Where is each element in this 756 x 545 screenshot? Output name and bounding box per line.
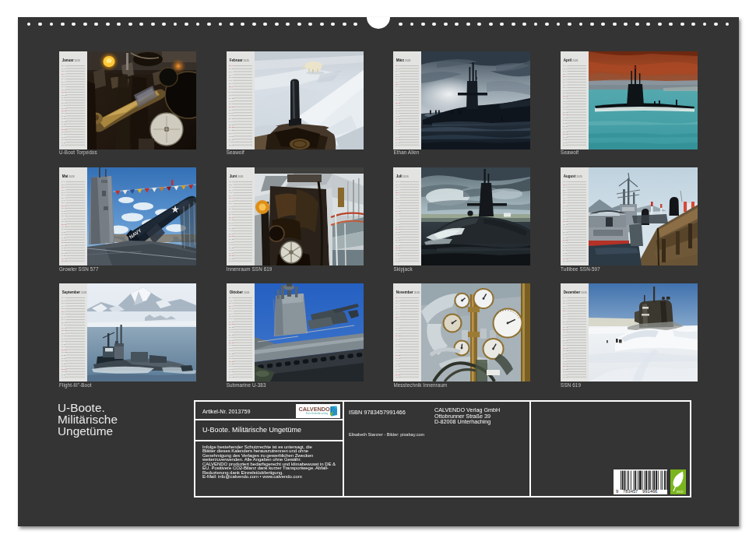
svg-text:Mi. 30.: Mi. 30.	[563, 373, 568, 374]
svg-text:Di. 13.: Di. 13.	[62, 97, 66, 98]
svg-text:Mi. 27.: Mi. 27.	[62, 249, 66, 251]
svg-text:So. 8.: So. 8.	[229, 85, 234, 86]
svg-text:Di. 3.: Di. 3.	[396, 302, 399, 304]
svg-text:Oktober 2026: Oktober 2026	[229, 290, 249, 294]
svg-text:Mi. 14.: Mi. 14.	[62, 99, 66, 100]
svg-text:Mi. 11.: Mi. 11.	[396, 91, 400, 93]
svg-text:Juni 2026: Juni 2026	[229, 174, 243, 178]
svg-text:Fr. 8.: Fr. 8.	[62, 199, 65, 201]
svg-text:Mi. 22.: Mi. 22.	[396, 236, 400, 237]
svg-text:Do. 8.: Do. 8.	[62, 83, 66, 85]
svg-text:Do. 3.: Do. 3.	[62, 302, 66, 304]
svg-text:So. 6.: So. 6.	[563, 310, 568, 311]
svg-text:Sa. 7.: Sa. 7.	[396, 313, 400, 315]
svg-text:Fr. 20.: Fr. 20.	[229, 120, 234, 121]
svg-text:Fr. 31.: Fr. 31.	[396, 260, 400, 262]
svg-text:Mi. 28.: Mi. 28.	[229, 368, 234, 370]
svg-text:Di. 15.: Di. 15.	[563, 334, 568, 336]
svg-text:Januar 2026: Januar 2026	[62, 58, 80, 62]
svg-text:Fr. 2.: Fr. 2.	[229, 300, 233, 301]
svg-text:Mi. 21.: Mi. 21.	[229, 350, 234, 351]
svg-text:Di. 2.: Di. 2.	[229, 183, 233, 185]
svg-text:Fr. 19.: Fr. 19.	[229, 230, 234, 231]
svg-text:Di. 5.: Di. 5.	[62, 192, 65, 193]
svg-text:Mi. 4.: Mi. 4.	[229, 73, 233, 75]
svg-text:Mi. 21.: Mi. 21.	[62, 118, 66, 119]
svg-text:Mi. 11.: Mi. 11.	[229, 94, 234, 96]
svg-text:783457: 783457	[623, 489, 638, 494]
svg-text:Di. 9.: Di. 9.	[229, 202, 233, 204]
svg-text:Fr. 16.: Fr. 16.	[62, 104, 66, 106]
svg-text:Di. 7.: Di. 7.	[396, 196, 399, 198]
svg-text:Di. 22.: Di. 22.	[62, 354, 66, 356]
svg-text:Sa. 4.: Sa. 4.	[563, 72, 568, 74]
svg-text:Mo. 2.: Mo. 2.	[396, 67, 400, 69]
svg-text:Do. 2.: Do. 2.	[563, 67, 568, 69]
svg-text:Di. 21.: Di. 21.	[563, 119, 568, 121]
svg-text:Do. 1.: Do. 1.	[62, 65, 66, 66]
svg-text:Mi. 15.: Mi. 15.	[396, 217, 400, 219]
svg-text:Fr. 14.: Fr. 14.	[563, 215, 568, 216]
svg-text:Fr. 17.: Fr. 17.	[563, 108, 568, 110]
svg-text:Sa. 9.: Sa. 9.	[62, 202, 66, 203]
svg-text:Mi. 12.: Mi. 12.	[563, 209, 568, 211]
svg-text:August 2026: August 2026	[564, 174, 582, 178]
svg-text:Fr. 25.: Fr. 25.	[563, 360, 568, 362]
svg-text:Di. 1.: Di. 1.	[62, 297, 65, 298]
svg-text:Di. 26.: Di. 26.	[62, 247, 66, 248]
svg-text:Di. 12.: Di. 12.	[62, 209, 66, 211]
svg-text:Fr. 6.: Fr. 6.	[396, 311, 399, 312]
svg-text:Mi. 15.: Mi. 15.	[563, 103, 568, 104]
svg-text:Do. 2.: Do. 2.	[396, 183, 400, 185]
svg-text:Fr. 27.: Fr. 27.	[396, 133, 400, 135]
svg-text:Di. 14.: Di. 14.	[563, 100, 568, 101]
svg-text:Di. 8.: Di. 8.	[563, 315, 567, 317]
svg-text:Mi. 2.: Mi. 2.	[563, 300, 567, 301]
svg-text:Fr. 10.: Fr. 10.	[396, 204, 400, 206]
svg-text:Sa. 3.: Sa. 3.	[62, 70, 66, 72]
svg-text:Mi. 1.: Mi. 1.	[396, 181, 399, 182]
svg-text:Di. 6.: Di. 6.	[229, 310, 233, 311]
svg-text:Mo. 2.: Mo. 2.	[229, 68, 234, 69]
svg-text:Sa. 5.: Sa. 5.	[563, 308, 568, 309]
svg-text:Fr. 25.: Fr. 25.	[62, 362, 66, 364]
svg-text:Do. 5.: Do. 5.	[396, 75, 400, 76]
svg-text:So. 1.: So. 1.	[396, 297, 400, 298]
svg-text:Mi. 14.: Mi. 14.	[229, 331, 234, 332]
svg-text:Do. 6.: Do. 6.	[563, 194, 568, 195]
svg-text:Fr. 6.: Fr. 6.	[229, 79, 233, 81]
svg-text:991466: 991466	[642, 489, 657, 494]
svg-text:Mi. 26.: Mi. 26.	[563, 247, 568, 248]
svg-text:Di. 6.: Di. 6.	[62, 78, 65, 79]
svg-text:Di. 27.: Di. 27.	[229, 365, 234, 367]
svg-text:Di. 10.: Di. 10.	[229, 91, 234, 93]
svg-text:Mo. 6.: Mo. 6.	[396, 194, 400, 195]
svg-text:Do. 9.: Do. 9.	[396, 202, 400, 203]
svg-text:Di. 25.: Di. 25.	[563, 244, 568, 245]
svg-text:Mi. 7.: Mi. 7.	[62, 80, 65, 82]
svg-text:Do. 5.: Do. 5.	[396, 308, 400, 309]
svg-text:Fr. 3.: Fr. 3.	[563, 70, 567, 72]
svg-text:Fr. 20.: Fr. 20.	[396, 114, 400, 116]
svg-text:Fr. 6.: Fr. 6.	[396, 78, 399, 79]
svg-text:Fr. 29.: Fr. 29.	[62, 255, 66, 256]
svg-text:Dezember 2026: Dezember 2026	[564, 290, 587, 294]
svg-text:Fr. 18.: Fr. 18.	[62, 343, 66, 345]
svg-text:Fr. 26.: Fr. 26.	[229, 249, 234, 251]
svg-text:So. 5.: So. 5.	[563, 76, 568, 77]
svg-text:Do. 8.: Do. 8.	[229, 315, 234, 317]
svg-text:Di. 10.: Di. 10.	[396, 88, 400, 90]
svg-text:Mi. 23.: Mi. 23.	[62, 357, 66, 358]
svg-text:Mo. 4.: Mo. 4.	[62, 188, 66, 190]
svg-text:Mi. 3.: Mi. 3.	[229, 186, 233, 188]
svg-text:Mi. 20.: Mi. 20.	[62, 230, 66, 232]
svg-text:Mo. 7.: Mo. 7.	[62, 313, 66, 315]
svg-text:Mi. 4.: Mi. 4.	[396, 305, 399, 307]
svg-text:Sa. 7.: Sa. 7.	[396, 80, 400, 82]
svg-text:Mo. 2.: Mo. 2.	[396, 300, 400, 301]
svg-text:Mo. 7.: Mo. 7.	[563, 312, 568, 314]
svg-text:Mi. 23.: Mi. 23.	[563, 355, 568, 357]
svg-text:Di. 28.: Di. 28.	[396, 251, 400, 253]
svg-text:Fr. 30.: Fr. 30.	[62, 141, 66, 142]
svg-text:Februar 2026: Februar 2026	[229, 58, 248, 62]
